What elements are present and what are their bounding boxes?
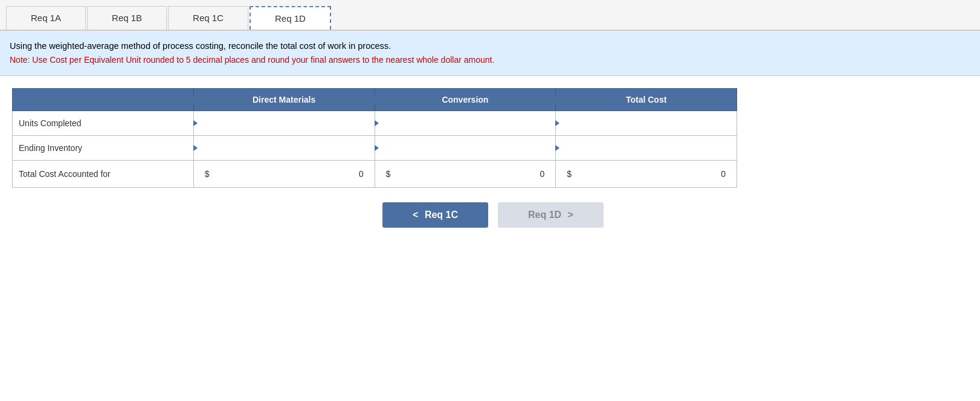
col-header-conversion: Conversion <box>375 88 556 111</box>
total-conv-dollar: $ <box>386 169 391 179</box>
prev-chevron: < <box>413 210 418 220</box>
direct-materials-arrow <box>193 96 198 103</box>
total-total-cell: $ 0 <box>556 160 737 187</box>
row-ending-inventory: Ending Inventory <box>13 135 737 160</box>
ending-inventory-conv-cell <box>375 135 556 160</box>
total-dm-cell: $ 0 <box>193 160 375 187</box>
total-dm-value: 0 <box>359 169 364 179</box>
total-conv-value: 0 <box>540 169 544 179</box>
ending-inventory-total-arrow <box>555 145 559 151</box>
next-label: Req 1D <box>528 210 561 220</box>
ending-inventory-conv-input[interactable] <box>381 141 550 155</box>
cost-table: Direct Materials Conversion Total Cost U… <box>12 88 737 188</box>
prev-button[interactable]: < Req 1C <box>382 202 488 228</box>
row-units-completed: Units Completed <box>13 111 737 135</box>
total-dm-dollar: $ <box>205 169 210 179</box>
row-total-cost: Total Cost Accounted for $ 0 $ 0 $ <box>13 160 737 187</box>
ending-inventory-total-input[interactable] <box>562 141 730 155</box>
next-button[interactable]: Req 1D > <box>498 202 604 228</box>
instruction-note-text: Note: Use Cost per Equivalent Unit round… <box>10 53 970 66</box>
nav-buttons: < Req 1C Req 1D > <box>12 202 974 228</box>
units-completed-conv-cell <box>375 111 556 135</box>
label-ending-inventory: Ending Inventory <box>13 135 194 160</box>
label-total-cost: Total Cost Accounted for <box>13 160 194 187</box>
label-units-completed: Units Completed <box>13 111 194 135</box>
conversion-arrow <box>375 96 379 103</box>
prev-label: Req 1C <box>425 210 458 220</box>
tab-req1c-label: Req 1C <box>193 13 224 23</box>
tab-req1a[interactable]: Req 1A <box>6 6 86 30</box>
units-completed-conv-arrow <box>375 120 379 126</box>
instruction-box: Using the weighted-average method of pro… <box>0 31 980 76</box>
content-area: Direct Materials Conversion Total Cost U… <box>0 76 980 240</box>
total-total-dollar: $ <box>567 169 572 179</box>
units-completed-total-arrow <box>555 120 559 126</box>
units-completed-dm-arrow <box>193 120 198 126</box>
total-total-value: 0 <box>721 169 726 179</box>
tab-req1d[interactable]: Req 1D <box>250 6 331 30</box>
col-header-direct-materials: Direct Materials <box>193 88 375 111</box>
units-completed-dm-cell <box>193 111 375 135</box>
ending-inventory-total-cell <box>556 135 737 160</box>
ending-inventory-dm-arrow <box>193 145 198 151</box>
units-completed-total-cell <box>556 111 737 135</box>
ending-inventory-dm-cell <box>193 135 375 160</box>
units-completed-conv-input[interactable] <box>381 116 550 130</box>
tab-req1b[interactable]: Req 1B <box>87 6 167 30</box>
total-cost-arrow <box>555 96 560 103</box>
next-chevron: > <box>568 210 573 220</box>
tab-req1c[interactable]: Req 1C <box>168 6 248 30</box>
tab-req1b-label: Req 1B <box>112 13 142 23</box>
total-conv-cell: $ 0 <box>375 160 556 187</box>
col-header-total-cost: Total Cost <box>556 88 737 111</box>
tab-req1a-label: Req 1A <box>31 13 61 23</box>
ending-inventory-conv-arrow <box>375 145 379 151</box>
tabs-bar: Req 1A Req 1B Req 1C Req 1D <box>0 0 980 31</box>
units-completed-dm-input[interactable] <box>200 116 369 130</box>
units-completed-total-input[interactable] <box>562 116 730 130</box>
tab-req1d-label: Req 1D <box>275 13 306 24</box>
instruction-main-text: Using the weighted-average method of pro… <box>10 39 970 53</box>
ending-inventory-dm-input[interactable] <box>200 141 369 155</box>
col-header-label <box>13 88 194 111</box>
